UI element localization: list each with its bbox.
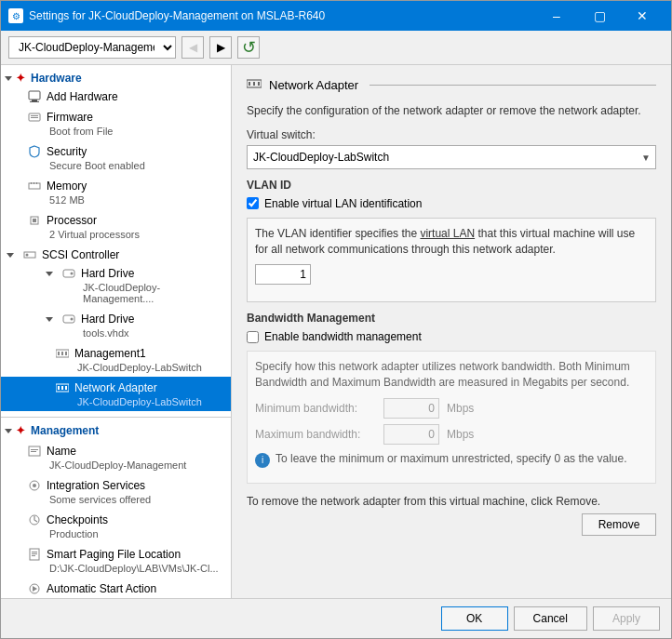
max-bandwidth-label: Maximum bandwidth: xyxy=(255,428,376,441)
forward-button[interactable]: ▶ xyxy=(209,36,232,59)
back-button[interactable]: ◀ xyxy=(181,36,204,59)
svg-rect-28 xyxy=(31,451,36,452)
ok-button[interactable]: OK xyxy=(441,606,508,631)
sidebar-item-checkpoints-group: Checkpoints Production xyxy=(1,509,231,543)
management-section-header[interactable]: ✦ Management xyxy=(1,421,231,440)
harddrive1-label: Hard Drive xyxy=(81,267,134,280)
hardware-expand-icon xyxy=(5,76,12,81)
smart-paging-sub: D:\JK-CloudDeploy\LAB\VMs\JK-Cl... xyxy=(1,562,231,576)
management1-sub: JK-CloudDeploy-LabSwitch xyxy=(20,361,231,375)
sidebar-item-network-adapter[interactable]: Network Adapter xyxy=(20,379,231,395)
hardware-label: Hardware xyxy=(31,72,82,85)
remove-button-row: Remove xyxy=(247,513,656,536)
svg-rect-7 xyxy=(31,182,32,184)
max-bandwidth-input[interactable] xyxy=(383,424,439,445)
hardware-section-header[interactable]: ✦ Hardware xyxy=(1,69,231,87)
harddrive1-group: Hard Drive JK-CloudDeploy-Management.... xyxy=(1,262,231,308)
network-adapter-label: Network Adapter xyxy=(74,381,157,394)
sidebar-item-scsi[interactable]: SCSI Controller xyxy=(1,246,231,262)
hd2-icon xyxy=(61,312,76,326)
processor-label: Processor xyxy=(47,214,97,227)
refresh-button[interactable]: ↺ xyxy=(237,36,260,59)
minimize-button[interactable]: – xyxy=(535,1,578,31)
scsi-label: SCSI Controller xyxy=(42,248,119,261)
min-bandwidth-input[interactable] xyxy=(383,398,439,419)
harddrive1-sub: JK-CloudDeploy-Management.... xyxy=(20,281,231,306)
sidebar-item-auto-start[interactable]: Automatic Start Action xyxy=(1,579,231,596)
svg-rect-1 xyxy=(32,100,37,101)
min-bandwidth-unit: Mbps xyxy=(447,402,474,415)
svg-point-17 xyxy=(71,318,74,321)
sidebar-item-auto-start-group: Automatic Start Action Restart if previo… xyxy=(1,578,231,598)
svg-rect-42 xyxy=(253,82,255,86)
sidebar-item-integration[interactable]: Integration Services xyxy=(1,476,231,493)
sidebar-item-scsi-group: SCSI Controller Hard Drive JK-CloudDeplo… xyxy=(1,244,231,413)
bandwidth-checkbox[interactable] xyxy=(247,331,259,343)
sidebar-item-processor[interactable]: Processor xyxy=(1,211,231,228)
close-button[interactable]: ✕ xyxy=(621,1,664,31)
svg-rect-21 xyxy=(65,352,67,355)
management-star-icon: ✦ xyxy=(16,424,25,437)
sidebar-item-name[interactable]: Name xyxy=(1,442,231,459)
hd1-icon xyxy=(61,266,76,281)
svg-point-13 xyxy=(26,254,29,257)
scsi-icon xyxy=(22,247,37,262)
svg-rect-34 xyxy=(32,553,37,554)
virtual-switch-select[interactable]: JK-CloudDeploy-LabSwitch xyxy=(247,145,656,169)
main-window: ⚙ Settings for JK-CloudDeploy-Management… xyxy=(0,0,672,639)
window-title: Settings for JK-CloudDeploy-Management o… xyxy=(29,9,325,22)
checkpoints-sub: Production xyxy=(1,527,231,541)
sidebar-item-memory[interactable]: Memory xyxy=(1,177,231,193)
svg-rect-33 xyxy=(32,552,37,552)
vlan-input[interactable] xyxy=(255,264,311,285)
harddrive2-label: Hard Drive xyxy=(81,313,134,326)
section-title-row: Network Adapter xyxy=(247,76,656,94)
virtual-switch-dropdown-wrapper: JK-CloudDeploy-LabSwitch ▼ xyxy=(247,145,656,169)
bandwidth-checkbox-row: Enable bandwidth management xyxy=(247,330,656,343)
vlan-checkbox-label: Enable virtual LAN identification xyxy=(264,197,422,210)
svg-rect-0 xyxy=(29,91,40,100)
memory-icon xyxy=(27,179,42,193)
svg-point-30 xyxy=(33,484,36,487)
security-label: Security xyxy=(47,145,87,158)
firmware-label: Firmware xyxy=(47,111,93,124)
footer: OK Cancel Apply xyxy=(1,598,671,638)
sidebar-item-security[interactable]: Security xyxy=(1,142,231,159)
network-adapter-sub: JK-CloudDeploy-LabSwitch xyxy=(20,395,231,409)
sidebar-item-harddrive2[interactable]: Hard Drive xyxy=(20,310,231,326)
vm-select[interactable]: JK-CloudDeploy-Management xyxy=(8,36,176,59)
svg-rect-35 xyxy=(32,555,35,556)
window-icon: ⚙ xyxy=(8,8,23,23)
apply-button[interactable]: Apply xyxy=(593,606,660,631)
vlan-input-row xyxy=(255,264,648,285)
name-sub: JK-CloudDeploy-Management xyxy=(1,459,231,473)
right-panel: Network Adapter Specify the configuratio… xyxy=(232,65,671,598)
integration-sub: Some services offered xyxy=(1,493,231,507)
svg-rect-27 xyxy=(31,449,38,450)
integration-label: Integration Services xyxy=(47,479,145,492)
min-bandwidth-row: Minimum bandwidth: Mbps xyxy=(255,398,648,419)
sidebar-item-smart-paging[interactable]: Smart Paging File Location xyxy=(1,545,231,562)
vlan-info-text: The VLAN identifier specifies the virtua… xyxy=(255,226,648,258)
bandwidth-checkbox-label: Enable bandwidth management xyxy=(264,330,422,343)
cancel-button[interactable]: Cancel xyxy=(514,606,587,631)
sidebar-item-management1[interactable]: Management1 xyxy=(20,344,231,361)
sidebar-item-add-hardware[interactable]: Add Hardware xyxy=(1,87,231,106)
maximize-button[interactable]: ▢ xyxy=(578,1,621,31)
vlan-checkbox[interactable] xyxy=(247,197,259,209)
remove-button[interactable]: Remove xyxy=(582,513,656,536)
nic1-icon xyxy=(55,346,70,361)
security-sub: Secure Boot enabled xyxy=(1,159,231,173)
unrestricted-info-row: i To leave the minimum or maximum unrest… xyxy=(255,452,648,468)
left-panel: ✦ Hardware Add Hardware Firmware Boot fr xyxy=(1,65,232,598)
sidebar-item-smart-paging-group: Smart Paging File Location D:\JK-CloudDe… xyxy=(1,543,231,578)
adapter-description: Specify the configuration of the network… xyxy=(247,103,656,119)
title-bar-left: ⚙ Settings for JK-CloudDeploy-Management… xyxy=(8,8,325,23)
sidebar-item-checkpoints[interactable]: Checkpoints xyxy=(1,511,231,527)
smart-paging-label: Smart Paging File Location xyxy=(47,548,181,561)
firmware-sub: Boot from File xyxy=(1,125,231,139)
processor-sub: 2 Virtual processors xyxy=(1,228,231,242)
sidebar-item-firmware[interactable]: Firmware xyxy=(1,108,231,125)
title-bar: ⚙ Settings for JK-CloudDeploy-Management… xyxy=(1,1,671,31)
sidebar-item-harddrive1[interactable]: Hard Drive xyxy=(20,264,231,281)
